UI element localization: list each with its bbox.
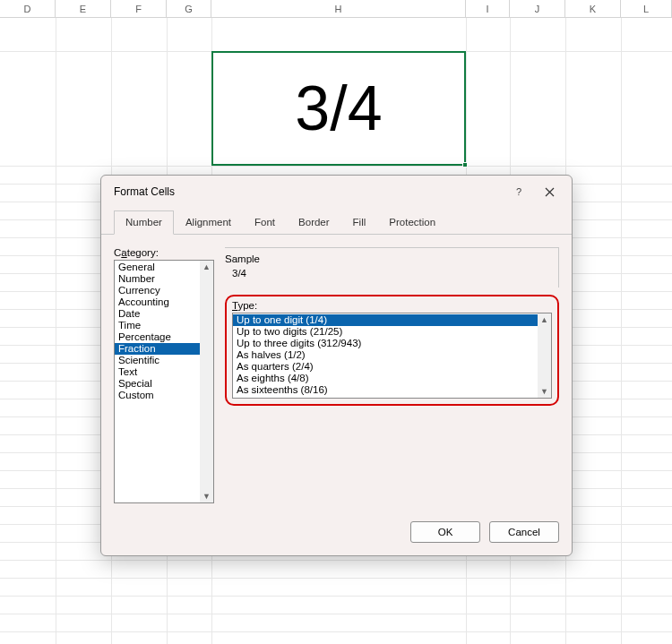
dialog-titlebar[interactable]: Format Cells ? [101, 176, 572, 208]
row-separator [0, 631, 672, 632]
column-header[interactable]: J [510, 0, 565, 17]
category-item[interactable]: Scientific [115, 355, 213, 366]
type-item[interactable]: Up to one digit (1/4) [233, 314, 538, 326]
active-cell-value: 3/4 [295, 73, 382, 144]
type-item[interactable]: Up to three digits (312/943) [233, 338, 538, 349]
row-separator [0, 614, 672, 614]
column-header[interactable]: D [0, 0, 56, 17]
category-item[interactable]: Number [115, 273, 213, 285]
tab-protection[interactable]: Protection [377, 210, 447, 235]
row-separator [0, 560, 672, 561]
sample-value: 3/4 [225, 268, 551, 279]
tab-number[interactable]: Number [114, 210, 174, 235]
type-item[interactable]: Up to two digits (21/25) [233, 326, 538, 338]
column-header[interactable]: K [565, 0, 621, 17]
category-item[interactable]: General [115, 262, 213, 273]
type-item[interactable]: As sixteenths (8/16) [233, 384, 538, 396]
scroll-down-icon: ▼ [540, 386, 548, 397]
column-header[interactable]: F [111, 0, 167, 17]
dialog-buttons: OK Cancel [101, 512, 572, 555]
tab-border[interactable]: Border [287, 210, 341, 235]
detail-column: Sample 3/4 Type: Up to one digit (1/4)Up… [225, 247, 559, 503]
category-item[interactable]: Currency [115, 285, 213, 296]
column-header[interactable]: H [211, 0, 466, 17]
category-listbox[interactable]: GeneralNumberCurrencyAccountingDateTimeP… [114, 260, 214, 503]
category-item[interactable]: Custom [115, 390, 213, 401]
type-item[interactable]: As quarters (2/4) [233, 361, 538, 373]
help-button[interactable]: ? [504, 179, 534, 204]
category-item[interactable]: Percentage [115, 331, 213, 343]
dialog-body: Category: GeneralNumberCurrencyAccountin… [101, 235, 572, 512]
column-headers: DEFGHIJKL [0, 0, 672, 18]
sample-label: Sample [225, 253, 551, 264]
type-item[interactable]: As eighths (4/8) [233, 373, 538, 384]
category-item[interactable]: Date [115, 308, 213, 320]
type-label: Type: [232, 300, 552, 311]
scroll-up-icon: ▲ [202, 262, 211, 272]
sample-box: Sample 3/4 [225, 247, 559, 288]
dialog-tabs: NumberAlignmentFontBorderFillProtection [101, 210, 572, 235]
category-item[interactable]: Accounting [115, 296, 213, 308]
cancel-button[interactable]: Cancel [489, 521, 559, 543]
active-cell[interactable]: 3/4 [211, 51, 466, 166]
row-separator [0, 578, 672, 579]
category-column: Category: GeneralNumberCurrencyAccountin… [114, 247, 214, 503]
category-item[interactable]: Fraction [115, 343, 213, 355]
column-header[interactable]: L [621, 0, 672, 17]
type-section-highlight: Type: Up to one digit (1/4)Up to two dig… [225, 295, 559, 406]
category-label: Category: [114, 247, 214, 258]
category-item[interactable]: Text [115, 366, 213, 378]
scrollbar[interactable]: ▲ ▼ [200, 261, 213, 502]
row-separator [0, 596, 672, 597]
scroll-up-icon: ▲ [540, 314, 548, 325]
tab-font[interactable]: Font [243, 210, 287, 235]
type-listbox[interactable]: Up to one digit (1/4)Up to two digits (2… [232, 313, 552, 399]
tab-fill[interactable]: Fill [341, 210, 378, 235]
row-separator [0, 166, 672, 167]
close-icon [545, 187, 555, 197]
fill-handle[interactable] [462, 162, 468, 167]
dialog-title: Format Cells [114, 185, 504, 198]
scrollbar[interactable]: ▲ ▼ [538, 313, 551, 398]
tab-alignment[interactable]: Alignment [174, 210, 243, 235]
column-header[interactable]: E [56, 0, 111, 17]
type-item[interactable]: As halves (1/2) [233, 349, 538, 361]
scroll-down-icon: ▼ [202, 491, 211, 502]
ok-button[interactable]: OK [410, 521, 480, 543]
column-header[interactable]: G [167, 0, 211, 17]
category-item[interactable]: Special [115, 378, 213, 390]
column-header[interactable]: I [466, 0, 510, 17]
format-cells-dialog: Format Cells ? NumberAlignmentFontBorder… [100, 175, 573, 556]
close-button[interactable] [534, 179, 564, 204]
category-item[interactable]: Time [115, 320, 213, 331]
